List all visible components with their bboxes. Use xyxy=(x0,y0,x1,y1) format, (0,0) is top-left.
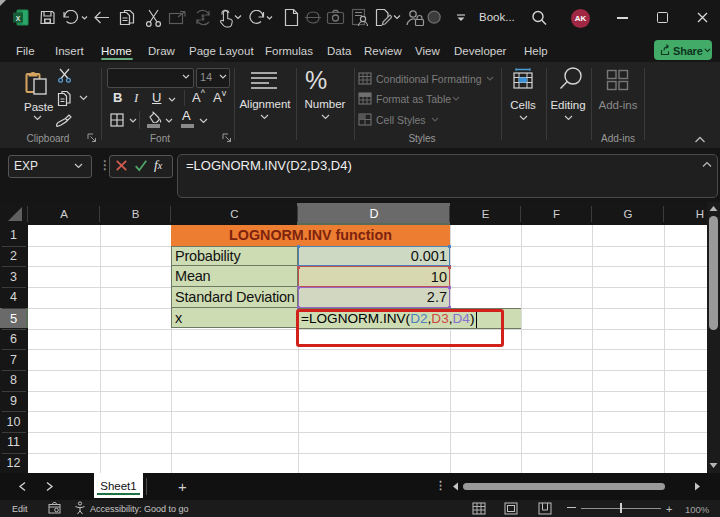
svg-text:x: x xyxy=(16,13,21,23)
